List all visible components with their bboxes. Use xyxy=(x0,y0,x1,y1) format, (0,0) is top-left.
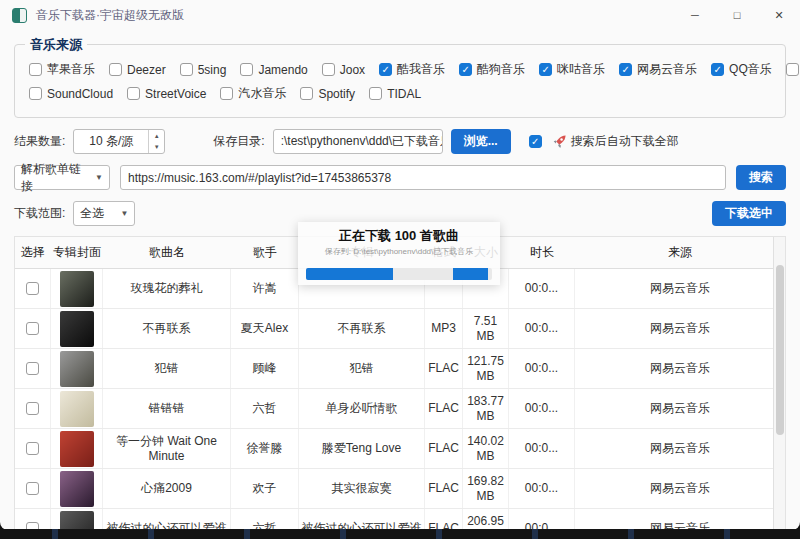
song-title: 被伤过的心还可以爱谁 xyxy=(103,509,231,530)
source-checkbox-kugou[interactable]: 酷狗音乐 xyxy=(459,61,525,78)
col-cover[interactable]: 专辑封面 xyxy=(51,237,103,268)
album: 滕爱Teng Love xyxy=(299,429,425,468)
source-checkbox-soundcloud[interactable]: SoundCloud xyxy=(29,87,113,101)
song-title: 错错错 xyxy=(103,389,231,428)
download-range-select[interactable]: 全选 ▼ xyxy=(73,201,135,226)
table-row[interactable]: 心痛2009 欢子 其实很寂寞 FLAC 169.82 MB 00:0... 网… xyxy=(15,469,785,509)
spin-up-icon[interactable]: ▲ xyxy=(149,130,164,142)
source-checkbox-streetvoice[interactable]: StreetVoice xyxy=(127,87,206,101)
artist: 六哲 xyxy=(231,509,299,530)
source-checkbox-spotify[interactable]: Spotify xyxy=(300,87,355,101)
checkbox-icon xyxy=(322,63,335,76)
duration: 00:0... xyxy=(509,349,575,388)
download-progress-bar xyxy=(306,268,492,280)
checkbox-icon xyxy=(240,63,253,76)
row-checkbox[interactable] xyxy=(26,362,39,375)
search-mode-value: 解析歌单链接 xyxy=(21,161,89,195)
col-duration[interactable]: 时长 xyxy=(509,237,575,268)
source-checkbox-tidal[interactable]: TIDAL xyxy=(369,87,421,101)
checkbox-icon xyxy=(369,87,382,100)
checkbox-icon xyxy=(109,63,122,76)
format: FLAC xyxy=(425,389,463,428)
source-checkbox-5sing[interactable]: 5sing xyxy=(180,63,227,77)
size: 121.75 MB xyxy=(463,349,509,388)
scrollbar-thumb[interactable] xyxy=(776,265,784,435)
checkbox-icon xyxy=(619,63,632,76)
download-range-value: 全选 xyxy=(80,205,104,222)
source-checkbox-jamendo[interactable]: Jamendo xyxy=(240,63,307,77)
col-source[interactable]: 来源 xyxy=(575,237,785,268)
browse-button[interactable]: 浏览... xyxy=(451,129,511,154)
checkbox-icon xyxy=(539,63,552,76)
checkbox-icon xyxy=(379,63,392,76)
row-checkbox[interactable] xyxy=(26,442,39,455)
result-count-spinner[interactable]: 10 条/源 ▲ ▼ xyxy=(73,129,165,154)
result-count-value: 10 条/源 xyxy=(74,133,148,150)
maximize-button[interactable]: □ xyxy=(716,0,758,30)
source-checkbox-joox[interactable]: Joox xyxy=(322,63,365,77)
search-mode-select[interactable]: 解析歌单链接 ▼ xyxy=(14,165,110,190)
save-dir-label: 保存目录: xyxy=(213,133,264,150)
auto-download-checkbox[interactable] xyxy=(529,135,542,148)
source-checkbox-qianqian[interactable]: 千千音乐 xyxy=(786,61,800,78)
row-checkbox[interactable] xyxy=(26,482,39,495)
table-row[interactable]: 等一分钟 Wait One Minute 徐誉滕 滕爱Teng Love FLA… xyxy=(15,429,785,469)
table-row[interactable]: 错错错 六哲 单身必听情歌 FLAC 183.77 MB 00:0... 网易云… xyxy=(15,389,785,429)
format: FLAC xyxy=(425,469,463,508)
source: 网易云音乐 xyxy=(575,429,785,468)
source-checkbox-qq-music[interactable]: QQ音乐 xyxy=(711,61,772,78)
checkbox-icon xyxy=(29,63,42,76)
album-cover xyxy=(60,511,94,531)
row-checkbox[interactable] xyxy=(26,322,39,335)
artist: 许嵩 xyxy=(231,269,299,308)
dialog-save-path: 保存到: D:\test\pythonenv\ddd\已下载音乐 xyxy=(306,247,492,257)
source-checkbox-kuwo[interactable]: 酷我音乐 xyxy=(379,61,445,78)
row-checkbox[interactable] xyxy=(26,402,39,415)
album: 被伤过的心还可以爱谁 xyxy=(299,509,425,530)
row-checkbox[interactable] xyxy=(26,282,39,295)
table-row[interactable]: 被伤过的心还可以爱谁 六哲 被伤过的心还可以爱谁 FLAC 206.95 MB … xyxy=(15,509,785,530)
album-cover xyxy=(60,271,94,307)
source: 网易云音乐 xyxy=(575,389,785,428)
source-checkbox-apple-music[interactable]: 苹果音乐 xyxy=(29,61,95,78)
progress-fill xyxy=(306,268,393,280)
download-selected-button[interactable]: 下载选中 xyxy=(712,201,786,226)
spin-down-icon[interactable]: ▼ xyxy=(149,142,164,154)
minimize-button[interactable]: ─ xyxy=(674,0,716,30)
close-button[interactable]: ✕ xyxy=(758,0,800,30)
size: 206.95 MB xyxy=(463,509,509,530)
duration: 00:0... xyxy=(509,389,575,428)
size: 183.77 MB xyxy=(463,389,509,428)
album-cover xyxy=(60,431,94,467)
search-button[interactable]: 搜索 xyxy=(736,165,786,190)
source-checkbox-deezer[interactable]: Deezer xyxy=(109,63,166,77)
save-dir-value: :\test\pythonenv\ddd\已下载音乐 xyxy=(281,133,443,150)
playlist-url-value: https://music.163.com/#/playlist?id=1745… xyxy=(128,171,391,185)
duration: 00:0... xyxy=(509,429,575,468)
save-dir-input[interactable]: :\test\pythonenv\ddd\已下载音乐 xyxy=(273,129,443,154)
col-select[interactable]: 选择 xyxy=(15,237,51,268)
music-sources-group: 音乐来源 苹果音乐 Deezer 5sing Jamendo Joox 酷我音乐… xyxy=(14,44,786,118)
settings-row: 结果数量: 10 条/源 ▲ ▼ 保存目录: :\test\pythonenv\… xyxy=(14,129,786,154)
table-row[interactable]: 不再联系 夏天Alex 不再联系 MP3 7.51 MB 00:0... 网易云… xyxy=(15,309,785,349)
album: 不再联系 xyxy=(299,309,425,348)
format: FLAC xyxy=(425,349,463,388)
playlist-url-input[interactable]: https://music.163.com/#/playlist?id=1745… xyxy=(120,165,726,190)
taskbar-strip xyxy=(0,529,800,539)
album-cover xyxy=(60,351,94,387)
song-title: 等一分钟 Wait One Minute xyxy=(103,429,231,468)
checkbox-icon xyxy=(529,135,542,148)
vertical-scrollbar[interactable] xyxy=(773,237,785,530)
source-checkbox-qishui[interactable]: 汽水音乐 xyxy=(220,85,286,102)
source: 网易云音乐 xyxy=(575,469,785,508)
col-artist[interactable]: 歌手 xyxy=(231,237,299,268)
col-song[interactable]: 歌曲名 xyxy=(103,237,231,268)
auto-download-label: 搜索后自动下载全部 xyxy=(571,133,679,150)
dialog-title: 正在下载 100 首歌曲 xyxy=(306,227,492,245)
source-checkbox-netease[interactable]: 网易云音乐 xyxy=(619,61,697,78)
size: 169.82 MB xyxy=(463,469,509,508)
source-checkbox-migu[interactable]: 咪咕音乐 xyxy=(539,61,605,78)
song-title: 心痛2009 xyxy=(103,469,231,508)
table-row[interactable]: 犯错 顾峰 犯错 FLAC 121.75 MB 00:0... 网易云音乐 xyxy=(15,349,785,389)
song-title: 玫瑰花的葬礼 xyxy=(103,269,231,308)
